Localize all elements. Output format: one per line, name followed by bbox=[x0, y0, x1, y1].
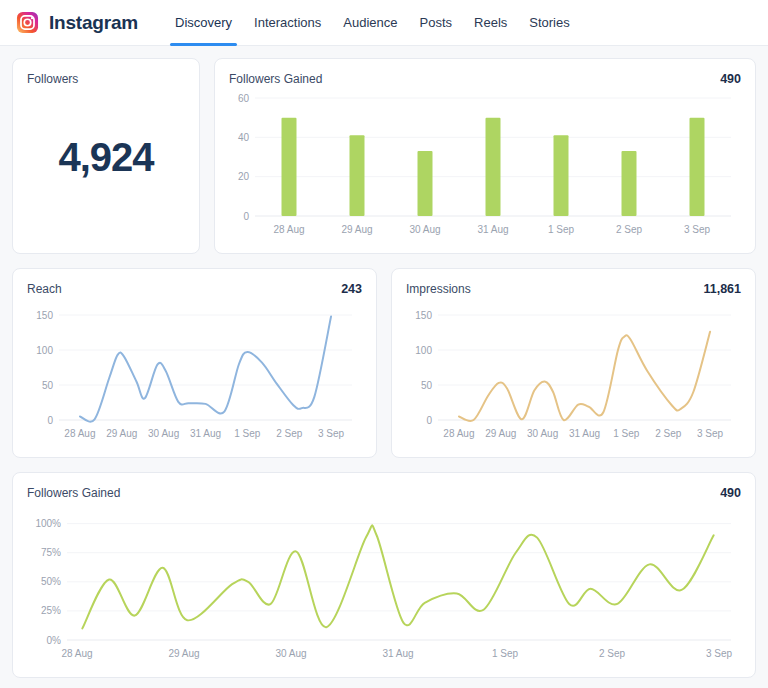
svg-text:28 Aug: 28 Aug bbox=[273, 224, 304, 235]
impressions-line-chart: 05010015028 Aug29 Aug30 Aug31 Aug1 Sep2 … bbox=[406, 300, 741, 444]
svg-text:31 Aug: 31 Aug bbox=[477, 224, 508, 235]
row-bottom: Followers Gained 490 0%25%50%75%100%28 A… bbox=[12, 472, 756, 678]
followers-gained-bar-card: Followers Gained 490 020406028 Aug29 Aug… bbox=[214, 58, 756, 254]
followers-card-label: Followers bbox=[27, 72, 78, 86]
followers-gained-line-card: Followers Gained 490 0%25%50%75%100%28 A… bbox=[12, 472, 756, 678]
reach-card-label: Reach bbox=[27, 282, 62, 296]
svg-text:31 Aug: 31 Aug bbox=[569, 428, 600, 439]
tab-label: Stories bbox=[529, 15, 569, 30]
svg-text:28 Aug: 28 Aug bbox=[443, 428, 474, 439]
followers-gained-bar-value: 490 bbox=[720, 72, 741, 86]
svg-text:150: 150 bbox=[415, 310, 432, 321]
tab-posts[interactable]: Posts bbox=[409, 0, 464, 45]
svg-text:60: 60 bbox=[238, 93, 250, 104]
reach-card-value: 243 bbox=[341, 282, 362, 296]
svg-text:29 Aug: 29 Aug bbox=[168, 648, 199, 659]
svg-text:50: 50 bbox=[42, 380, 54, 391]
svg-text:0%: 0% bbox=[47, 635, 62, 646]
followers-gained-bar-chart: 020406028 Aug29 Aug30 Aug31 Aug1 Sep2 Se… bbox=[229, 90, 741, 240]
impressions-card: Impressions 11,861 05010015028 Aug29 Aug… bbox=[391, 268, 756, 458]
svg-text:40: 40 bbox=[238, 132, 250, 143]
followers-gained-line-label: Followers Gained bbox=[27, 486, 120, 500]
svg-text:100%: 100% bbox=[35, 518, 61, 529]
svg-text:1 Sep: 1 Sep bbox=[492, 648, 519, 659]
svg-text:31 Aug: 31 Aug bbox=[382, 648, 413, 659]
tab-label: Posts bbox=[420, 15, 453, 30]
brand: Instagram bbox=[16, 0, 138, 45]
svg-text:28 Aug: 28 Aug bbox=[61, 648, 92, 659]
reach-line-chart: 05010015028 Aug29 Aug30 Aug31 Aug1 Sep2 … bbox=[27, 300, 362, 444]
svg-text:30 Aug: 30 Aug bbox=[409, 224, 440, 235]
svg-text:150: 150 bbox=[36, 310, 53, 321]
svg-text:0: 0 bbox=[426, 415, 432, 426]
row-middle: Reach 243 05010015028 Aug29 Aug30 Aug31 … bbox=[12, 268, 756, 458]
instagram-logo-icon bbox=[16, 11, 39, 34]
tab-label: Interactions bbox=[254, 15, 321, 30]
top-navigation-bar: Instagram DiscoveryInteractionsAudienceP… bbox=[0, 0, 768, 46]
svg-text:28 Aug: 28 Aug bbox=[64, 428, 95, 439]
svg-text:29 Aug: 29 Aug bbox=[106, 428, 137, 439]
followers-card: Followers 4,924 bbox=[12, 58, 200, 254]
followers-gained-line-value: 490 bbox=[720, 486, 741, 500]
svg-text:30 Aug: 30 Aug bbox=[527, 428, 558, 439]
followers-count: 4,924 bbox=[13, 135, 199, 180]
svg-text:3 Sep: 3 Sep bbox=[706, 648, 733, 659]
svg-text:3 Sep: 3 Sep bbox=[318, 428, 345, 439]
svg-text:25%: 25% bbox=[41, 605, 61, 616]
svg-text:3 Sep: 3 Sep bbox=[697, 428, 724, 439]
svg-text:0: 0 bbox=[243, 211, 249, 222]
tab-stories[interactable]: Stories bbox=[518, 0, 580, 45]
svg-text:20: 20 bbox=[238, 171, 250, 182]
svg-text:30 Aug: 30 Aug bbox=[148, 428, 179, 439]
svg-text:2 Sep: 2 Sep bbox=[599, 648, 626, 659]
nav-tabs: DiscoveryInteractionsAudiencePostsReelsS… bbox=[164, 0, 581, 45]
tab-label: Reels bbox=[474, 15, 507, 30]
svg-text:1 Sep: 1 Sep bbox=[234, 428, 261, 439]
svg-text:100: 100 bbox=[36, 345, 53, 356]
impressions-card-label: Impressions bbox=[406, 282, 471, 296]
app-title: Instagram bbox=[49, 12, 138, 34]
dashboard-content: Followers 4,924 Followers Gained 490 020… bbox=[0, 46, 768, 688]
svg-text:75%: 75% bbox=[41, 547, 61, 558]
svg-text:100: 100 bbox=[415, 345, 432, 356]
svg-text:30 Aug: 30 Aug bbox=[275, 648, 306, 659]
row-top: Followers 4,924 Followers Gained 490 020… bbox=[12, 58, 756, 254]
svg-text:50: 50 bbox=[421, 380, 433, 391]
tab-discovery[interactable]: Discovery bbox=[164, 0, 243, 45]
followers-gained-bar-label: Followers Gained bbox=[229, 72, 322, 86]
svg-text:1 Sep: 1 Sep bbox=[613, 428, 640, 439]
tab-audience[interactable]: Audience bbox=[332, 0, 408, 45]
tab-label: Discovery bbox=[175, 15, 232, 30]
svg-text:0: 0 bbox=[47, 415, 53, 426]
svg-text:50%: 50% bbox=[41, 576, 61, 587]
svg-text:29 Aug: 29 Aug bbox=[485, 428, 516, 439]
svg-text:29 Aug: 29 Aug bbox=[341, 224, 372, 235]
tab-label: Audience bbox=[343, 15, 397, 30]
tab-reels[interactable]: Reels bbox=[463, 0, 518, 45]
followers-gained-line-chart: 0%25%50%75%100%28 Aug29 Aug30 Aug31 Aug1… bbox=[27, 504, 741, 664]
svg-text:2 Sep: 2 Sep bbox=[616, 224, 643, 235]
impressions-card-value: 11,861 bbox=[703, 282, 741, 296]
svg-text:1 Sep: 1 Sep bbox=[548, 224, 575, 235]
reach-card: Reach 243 05010015028 Aug29 Aug30 Aug31 … bbox=[12, 268, 377, 458]
svg-text:3 Sep: 3 Sep bbox=[684, 224, 711, 235]
svg-text:2 Sep: 2 Sep bbox=[276, 428, 303, 439]
svg-text:2 Sep: 2 Sep bbox=[655, 428, 682, 439]
tab-interactions[interactable]: Interactions bbox=[243, 0, 332, 45]
svg-text:31 Aug: 31 Aug bbox=[190, 428, 221, 439]
